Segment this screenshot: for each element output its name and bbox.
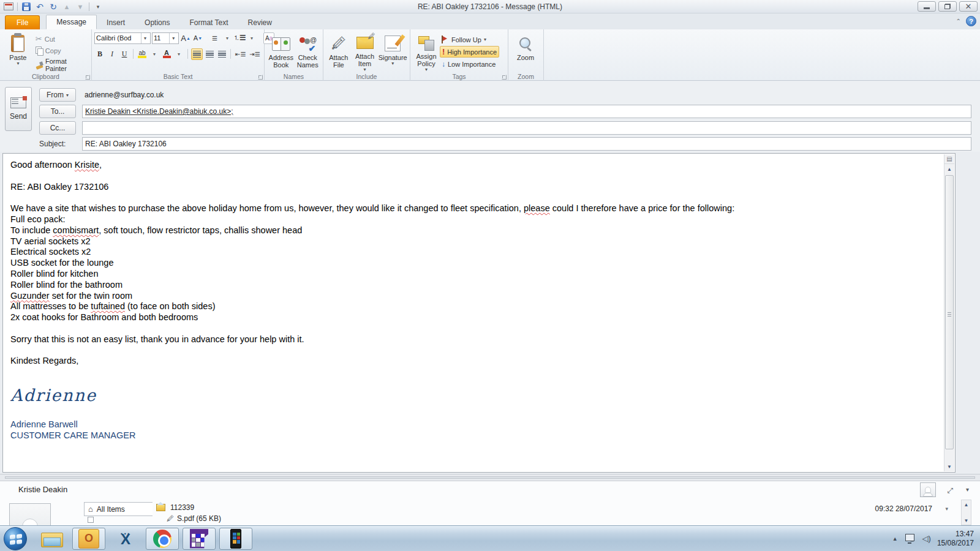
tab-options[interactable]: Options [135,16,179,29]
show-hidden-icons-button[interactable]: ▲ [892,536,898,542]
undo-icon[interactable]: ↶ [35,2,45,12]
numbering-dropdown-arrow[interactable]: ▾ [246,32,257,44]
assign-policy-dropdown-arrow[interactable]: ▾ [425,67,428,72]
format-painter-button[interactable]: Format Painter [34,57,89,73]
tab-file[interactable]: File [5,15,40,29]
mail-item-attachment[interactable]: S.pdf (65 KB) [177,514,221,523]
tab-format-text[interactable]: Format Text [179,16,238,29]
low-importance-button[interactable]: ↓Low Importance [440,59,499,69]
move-down-icon[interactable]: ▼ [75,2,85,12]
text-highlight-dropdown-arrow[interactable]: ▾ [149,48,160,60]
window-mail-icon[interactable] [4,2,13,12]
align-center-button[interactable] [204,48,215,60]
body-scrollbar[interactable]: ▤ ▲ ▼ [944,154,954,471]
cc-field[interactable] [82,121,971,135]
clipboard-dialog-launcher[interactable] [85,75,90,80]
tab-review[interactable]: Review [238,16,282,29]
start-button[interactable] [4,527,27,550]
minimize-ribbon-icon[interactable]: ⌃ [956,18,961,24]
taskbar-jira-button[interactable]: X [109,528,142,550]
attach-item-button[interactable]: Attach Item ▾ [352,31,379,72]
message-text[interactable]: Good afternoon Krisite, RE: ABI Oakley 1… [10,160,940,441]
tags-dialog-launcher[interactable] [502,75,507,80]
font-color-dropdown-arrow[interactable]: ▾ [173,48,184,60]
decrease-indent-button[interactable]: ⇤☰ [234,48,247,60]
scroll-up-icon[interactable]: ▲ [944,164,954,174]
message-body[interactable]: Good afternoon Krisite, RE: ABI Oakley 1… [2,153,956,473]
close-button[interactable]: ✕ [959,1,978,12]
contact-avatar-small[interactable] [920,482,936,497]
contact-photo-placeholder[interactable] [9,503,51,528]
people-pane-tab-partial[interactable] [84,516,153,523]
paste-button[interactable]: Paste ▾ [2,31,34,72]
to-button[interactable]: To... [39,105,76,118]
check-names-button[interactable]: @✔ Check Names [295,31,320,72]
bullets-dropdown-arrow[interactable]: ▾ [222,32,233,44]
increase-indent-button[interactable]: ⇥☰ [248,48,261,60]
from-button[interactable]: From▾ [39,88,76,102]
minimize-button[interactable] [918,1,936,12]
item-dropdown-arrow[interactable]: ▾ [945,506,948,512]
italic-button[interactable]: I [107,48,118,60]
ruler-toggle-icon[interactable]: ▤ [944,154,954,164]
scrollbar-thumb[interactable] [945,175,954,449]
high-importance-button[interactable]: !High Importance [440,46,499,58]
shrink-font-button[interactable]: A▼ [192,32,203,44]
to-field[interactable]: Kristie Deakin <Kristie.Deakin@abiuk.co.… [82,105,971,118]
tab-message[interactable]: Message [46,15,97,29]
taskbar-grid-app-button[interactable] [183,528,216,550]
subject-field[interactable]: RE: ABI Oakley 1732106 [82,137,971,151]
bold-button[interactable]: B [94,48,105,60]
people-pane-chevron-icon[interactable]: ▾ [966,486,969,493]
numbering-button[interactable]: ⒈☰ [234,32,245,44]
cut-button[interactable]: ✂Cut [34,34,89,44]
attach-item-dropdown-arrow[interactable]: ▾ [364,67,366,72]
signature-dropdown-arrow[interactable]: ▾ [391,61,394,66]
text-highlight-button[interactable]: ab [137,48,148,60]
align-left-button[interactable] [191,48,203,60]
cc-button[interactable]: Cc... [39,121,76,135]
to-recipient[interactable]: Kristie Deakin <Kristie.Deakin@abiuk.co.… [85,107,233,116]
people-pane-expand-icon[interactable]: ⤢ [947,486,953,495]
tab-insert[interactable]: Insert [97,16,135,29]
speaker-icon[interactable]: ◁) [922,534,931,543]
assign-policy-button[interactable]: Assign Policy ▾ [413,31,440,72]
font-name-combobox[interactable]: Calibri (Bod ▾ [94,32,151,44]
attach-file-button[interactable]: 🖉 Attach File [326,31,352,72]
font-size-combobox[interactable]: 11 ▾ [152,32,179,44]
basic-text-dialog-launcher[interactable] [258,75,263,80]
move-up-icon[interactable]: ▲ [62,2,72,12]
pp-scroll-up-icon[interactable]: ▲ [962,500,971,509]
taskbar-chrome-button[interactable] [146,528,179,550]
people-pane-scrollbar[interactable]: ▲ ▼ [961,500,971,525]
font-name-dropdown-arrow[interactable]: ▾ [141,33,149,43]
people-pane-item[interactable]: 112339 🖉 S.pdf (65 KB) [156,502,907,524]
font-color-button[interactable]: A [161,48,172,60]
people-pane-tab-all-items[interactable]: ⌂ All Items [84,502,153,516]
paste-dropdown-arrow[interactable]: ▾ [17,61,19,66]
save-icon[interactable] [21,2,31,12]
customize-qat-icon[interactable]: ▾ [93,2,103,12]
underline-button[interactable]: U [119,48,130,60]
align-right-button[interactable] [216,48,227,60]
font-size-dropdown-arrow[interactable]: ▾ [169,33,177,43]
pp-scroll-down-icon[interactable]: ▼ [962,516,971,525]
send-button[interactable]: Send [5,87,32,131]
scroll-down-icon[interactable]: ▼ [944,462,954,471]
taskbar-outlook-button[interactable]: O [72,528,105,550]
network-icon[interactable] [904,534,916,544]
mail-item-subject[interactable]: 112339 [170,503,194,512]
grow-font-button[interactable]: A▲ [180,32,191,44]
restore-button[interactable] [938,1,957,12]
copy-button[interactable]: Copy [34,46,89,55]
signature-button[interactable]: Signature ▾ [378,31,407,72]
redo-icon[interactable]: ↻ [48,2,58,12]
zoom-button[interactable]: Zoom [511,31,540,72]
address-book-button[interactable]: Address Book [267,31,295,72]
help-icon[interactable]: ? [966,16,976,26]
taskbar-phone-app-button[interactable] [219,528,252,550]
taskbar-clock[interactable]: 13:47 15/08/2017 [937,530,974,548]
people-pane-splitter[interactable] [0,474,980,481]
bullets-button[interactable]: ☰ [209,32,221,44]
follow-up-button[interactable]: Follow Up▾ [440,35,499,44]
